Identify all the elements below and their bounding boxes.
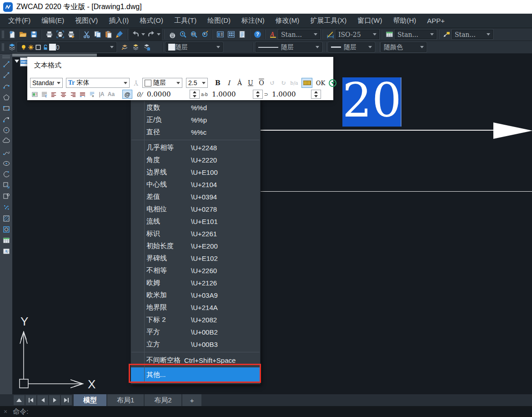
menu-file[interactable]: 文件(F) <box>3 14 36 27</box>
design-center-icon[interactable] <box>215 29 226 40</box>
layer-plot-frame-icon[interactable] <box>35 44 42 51</box>
menu-item-ohm[interactable]: 欧姆\U+2126 <box>131 277 260 289</box>
stack-button[interactable]: b/a <box>289 78 300 88</box>
make-block-icon[interactable] <box>0 191 12 202</box>
menu-app-plus[interactable]: APP+ <box>422 15 450 27</box>
redo-text-button[interactable]: ↻ <box>278 78 289 88</box>
tab-add-layout[interactable]: + <box>182 394 202 406</box>
menu-item-not-equal[interactable]: 不相等\U+2260 <box>131 264 260 277</box>
menu-item-flow-line[interactable]: 流线\U+E101 <box>131 215 260 228</box>
oblique-spinner[interactable] <box>190 90 200 99</box>
dim-style-icon[interactable] <box>325 29 336 40</box>
help-icon[interactable]: ? <box>252 29 263 40</box>
menu-item-center-line[interactable]: 中心线\U+2104 <box>131 178 260 191</box>
distribute-icon[interactable] <box>78 90 87 99</box>
width-factor-spinner[interactable] <box>311 90 321 99</box>
text-color-select[interactable]: 随层 <box>142 78 182 88</box>
dim-style-combo[interactable]: ISO-25 <box>336 30 379 39</box>
mleader-style-combo[interactable]: Stan... <box>452 30 493 39</box>
table-style-combo[interactable]: Stan... <box>395 30 437 39</box>
arrowhead-shape[interactable] <box>493 122 532 139</box>
options-chevron-icon[interactable] <box>329 79 336 87</box>
menu-item-electrical-phase[interactable]: 电相位\U+0278 <box>131 203 260 215</box>
xline-icon[interactable] <box>0 70 12 81</box>
align-left-icon[interactable] <box>49 90 59 99</box>
polyline-icon[interactable] <box>0 81 12 92</box>
change-case-button[interactable]: Aa <box>106 90 116 99</box>
color-combo[interactable]: 随层 <box>166 42 223 52</box>
menu-item-cubed[interactable]: 立方\U+00B3 <box>131 338 260 351</box>
line-icon[interactable] <box>0 59 12 70</box>
menu-item-property-line[interactable]: 地界限\U+214A <box>131 301 260 314</box>
ok-button[interactable]: OK <box>314 78 327 88</box>
menu-item-initial-length[interactable]: 初始长度\U+E200 <box>131 240 260 252</box>
plot-icon[interactable] <box>44 29 55 40</box>
undo-icon[interactable] <box>130 29 141 40</box>
layer-previous-icon[interactable] <box>119 42 130 53</box>
menu-item-omega[interactable]: 欧米加\U+03A9 <box>131 289 260 301</box>
menu-item-delta[interactable]: 差值\U+0394 <box>131 191 260 203</box>
menu-format[interactable]: 格式(O) <box>134 14 169 27</box>
drawing-canvas[interactable]: DWG D 20 Y X 文本格式 S <box>12 54 532 394</box>
horizontal-line[interactable] <box>240 191 532 192</box>
menu-item-angle[interactable]: 角度\U+2220 <box>131 154 260 166</box>
arc-icon[interactable] <box>0 114 12 125</box>
menu-item-almost-equal[interactable]: 几乎相等\U+2248 <box>131 142 260 154</box>
toolbar-grip[interactable] <box>2 43 3 51</box>
font-select[interactable]: Tr 宋体 <box>66 78 130 88</box>
ellipse-arc-icon[interactable] <box>0 169 12 180</box>
spline-icon[interactable] <box>0 147 12 158</box>
properties-icon[interactable] <box>236 29 247 40</box>
menu-modify[interactable]: 修改(M) <box>270 14 305 27</box>
rectangle-icon[interactable] <box>0 103 12 114</box>
justify-icon[interactable]: T <box>40 90 49 99</box>
paragraph-settings-icon[interactable]: a <box>87 90 97 99</box>
publish-icon[interactable] <box>65 29 76 40</box>
annotative-icon[interactable]: Y <box>132 78 140 88</box>
prev-tab-icon[interactable] <box>37 395 48 405</box>
vertical-text-button[interactable]: |A <box>97 90 106 99</box>
layer-freeze-sun-icon[interactable] <box>27 44 35 51</box>
ruler-button[interactable] <box>301 78 312 88</box>
table-style-icon[interactable] <box>384 29 395 40</box>
toolbar-grip[interactable] <box>2 31 3 38</box>
menu-item-degree[interactable]: 度数%%d <box>131 102 260 114</box>
layer-isolate-icon[interactable] <box>141 42 152 53</box>
menu-item-boundary-line[interactable]: 边界线\U+E100 <box>131 166 260 178</box>
plot-style-combo[interactable]: 随颜色 <box>381 42 427 52</box>
menu-tools[interactable]: 工具(T) <box>169 14 202 27</box>
layer-states-icon[interactable] <box>130 42 141 53</box>
region-icon[interactable] <box>0 224 12 235</box>
layer-manager-icon[interactable] <box>6 42 17 53</box>
selected-dim-text[interactable]: 20 <box>342 77 402 127</box>
table-icon[interactable] <box>0 235 12 246</box>
linetype-combo[interactable]: 随层 <box>256 42 322 52</box>
align-center-icon[interactable] <box>59 90 68 99</box>
menu-view[interactable]: 视图(V) <box>70 14 103 27</box>
pan-icon[interactable] <box>166 29 177 40</box>
tracking-field[interactable]: 1.0000 <box>209 90 253 98</box>
mleader-style-icon[interactable] <box>441 29 452 40</box>
text-style-select[interactable]: Standar <box>30 78 63 88</box>
tab-model[interactable]: 模型 <box>74 394 106 406</box>
lineweight-combo[interactable]: 随层 <box>328 42 375 52</box>
oblique-angle-field[interactable]: 0.0000 <box>144 90 190 98</box>
text-style-combo[interactable]: Stan... <box>278 30 320 39</box>
command-line[interactable]: × 命令: <box>0 406 532 417</box>
circle-icon[interactable] <box>0 125 12 136</box>
menu-help[interactable]: 帮助(H) <box>387 14 422 27</box>
text-height-select[interactable]: 2.5 <box>186 78 208 88</box>
width-factor-field[interactable]: 1.0000 <box>269 90 311 98</box>
open-file-icon[interactable] <box>17 29 28 40</box>
undo-dropdown-icon[interactable] <box>141 29 146 40</box>
menu-item-subscript-2[interactable]: 下标 2\U+2082 <box>131 314 260 326</box>
menu-item-diameter[interactable]: 直径%%c <box>131 126 260 138</box>
field-insert-icon[interactable] <box>30 90 40 99</box>
dimension-line[interactable] <box>240 130 496 131</box>
menu-item-monument-line[interactable]: 界碑线\U+E102 <box>131 252 260 264</box>
tool-palette-icon[interactable] <box>226 29 236 40</box>
first-tab-icon[interactable] <box>25 395 36 405</box>
layer-on-bulb-icon[interactable] <box>20 44 27 51</box>
menu-item-squared[interactable]: 平方\U+00B2 <box>131 326 260 338</box>
italic-button[interactable]: I <box>223 78 234 88</box>
